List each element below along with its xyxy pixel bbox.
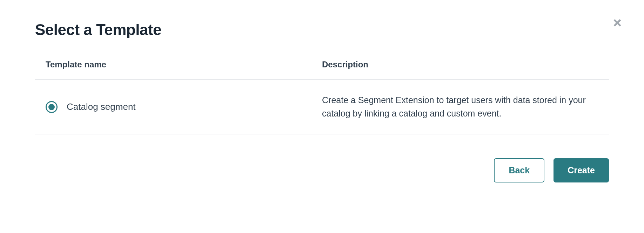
column-header-name: Template name xyxy=(46,60,322,69)
back-button[interactable]: Back xyxy=(494,158,544,182)
modal-footer: Back Create xyxy=(35,158,609,182)
template-name-cell: Catalog segment xyxy=(46,101,322,113)
template-name-label: Catalog segment xyxy=(67,101,136,112)
create-button[interactable]: Create xyxy=(554,158,609,182)
template-description: Create a Segment Extension to target use… xyxy=(322,94,598,120)
close-button[interactable] xyxy=(611,17,624,29)
close-icon xyxy=(612,18,623,29)
radio-button[interactable] xyxy=(46,101,58,113)
column-header-description: Description xyxy=(322,60,598,69)
template-table: Template name Description Catalog segmen… xyxy=(35,60,609,134)
select-template-modal: Select a Template Template name Descript… xyxy=(0,0,644,204)
modal-title: Select a Template xyxy=(35,21,609,39)
table-row[interactable]: Catalog segment Create a Segment Extensi… xyxy=(35,80,609,134)
radio-selected-icon xyxy=(48,104,55,110)
table-header: Template name Description xyxy=(35,60,609,80)
